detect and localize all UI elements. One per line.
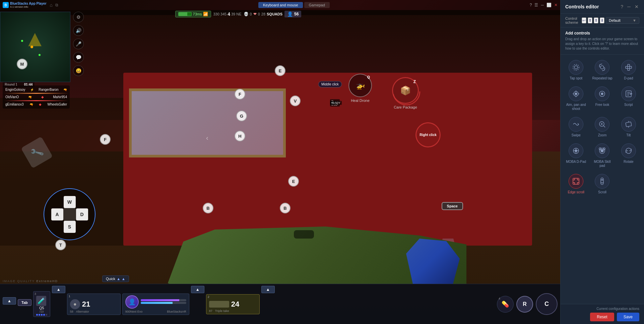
ctrl-repeated-tap[interactable]: Repeated tap [589, 57, 615, 83]
ctrl-moba-skill-pad[interactable]: MOBA Skill pad [589, 141, 615, 171]
minimize-icon[interactable]: ─ [541, 3, 544, 7]
add-controls-title: Add controls [565, 31, 639, 36]
ctrl-edge-scroll[interactable]: Edge scroll [563, 171, 589, 197]
quick-label: Quick [106, 277, 115, 281]
quick-arrow-down: ▲ [122, 277, 125, 281]
volume-button[interactable]: 🔊 [73, 25, 84, 36]
panel-close-icon[interactable]: ✕ [634, 3, 639, 10]
m-key-button[interactable]: M [17, 59, 27, 69]
scheme-import-icon[interactable]: ⬇ [600, 17, 604, 23]
care-package-overlay[interactable]: 📦 Z Care Package [392, 77, 419, 109]
emoji-button[interactable]: 😀 [73, 65, 84, 76]
slot-3-label: 3 [35, 292, 36, 296]
script-icon [621, 86, 636, 101]
f-key-button-2[interactable]: F [100, 134, 111, 145]
keyboard-mouse-tab[interactable]: Keyboard and mouse [258, 2, 303, 8]
h-key-button[interactable]: H [235, 131, 245, 141]
right-click-button[interactable]: Right click [415, 122, 441, 147]
ctrl-zoom[interactable]: Zoom [589, 114, 615, 140]
restore-icon[interactable]: ⬜ [546, 3, 552, 7]
weapon-slot-1[interactable]: 1 ● 21 58 Alternator [67, 294, 121, 315]
f-key-button-1[interactable]: F [235, 89, 245, 100]
t-key-button[interactable]: T [55, 240, 66, 250]
player-1-vs: RangerBaron [39, 88, 58, 91]
care-package-circle: 📦 Z [392, 77, 419, 104]
space-key-button[interactable]: Space [442, 202, 463, 210]
home-icon[interactable]: ⌂ [50, 2, 53, 8]
slot-4-button[interactable]: 4 💊 [497, 296, 514, 313]
c-key-button[interactable]: C [536, 293, 558, 315]
wasd-outer-ring: W A S D [44, 188, 95, 240]
scheme-row: Control scheme ↩ ⬆ ⬆ ⬇ Default ▼ [561, 14, 644, 27]
add-controls-desc: Drag and drop an action on your game scr… [565, 37, 639, 51]
r-key-button[interactable]: R [516, 296, 533, 313]
ctrl-aim-pan-shoot[interactable]: Aim, pan and shoot [563, 84, 589, 114]
ctrl-scroll[interactable]: Scroll [589, 171, 615, 197]
ctrl-rotate[interactable]: Rotate [616, 141, 641, 171]
close-icon[interactable]: ✕ [554, 3, 558, 7]
health-bar [141, 302, 186, 304]
arrow-btn-slot1-top[interactable]: ▲ [52, 286, 65, 293]
help-icon[interactable]: ? [530, 3, 532, 7]
ctrl-swipe[interactable]: Swipe [563, 114, 589, 140]
slot-4-icon: 💊 [502, 301, 509, 308]
health-bar-2 [4, 100, 68, 101]
e-key-button-2[interactable]: E [288, 176, 299, 187]
tab-key-button[interactable]: Tab [18, 299, 31, 306]
ctrl-moba-dpad[interactable]: MOBA D-Pad [563, 141, 589, 171]
weapon-slot-2[interactable]: 2 24 87 Triple take [206, 294, 260, 314]
scheme-upload-icon[interactable]: ⬆ [588, 17, 592, 23]
scheme-select[interactable]: Default ▼ [606, 17, 639, 24]
kill-info: 💀 0 ❤ 0 28 SQUADS [244, 12, 283, 16]
game-hud-top: 73ms 📶 330 345 4 39 NE 💀 0 ❤ 0 28 SQUADS… [0, 11, 476, 17]
scheme-export-icon[interactable]: ⬆ [594, 17, 598, 23]
ctrl-tilt[interactable]: Tilt [616, 114, 641, 140]
ctrl-script[interactable]: Script [616, 84, 641, 114]
v-key-button[interactable]: V [290, 95, 301, 106]
svg-rect-5 [626, 66, 632, 68]
panel-minimize-icon[interactable]: ─ [627, 3, 631, 10]
slot-3[interactable]: 3 🧪 Q5 /10 [33, 291, 50, 317]
hp-bars [141, 299, 186, 305]
player-2-gun: 🔫 [28, 95, 32, 99]
ctrl-tap-spot[interactable]: Tap spot [563, 57, 589, 83]
scheme-undo-icon[interactable]: ↩ [582, 17, 586, 23]
arrow-slot-1: ▲ [3, 297, 16, 305]
ctrl-free-look[interactable]: Free look [589, 84, 615, 114]
kill-count: 0 [250, 12, 252, 16]
arrow-btn-slot4-top[interactable]: ▲ [261, 286, 275, 293]
s-key[interactable]: S [64, 221, 76, 233]
config-buttons: Reset Save [565, 313, 639, 321]
d-key[interactable]: D [76, 208, 88, 220]
menu-icon[interactable]: ☰ [534, 3, 538, 7]
settings-button[interactable]: ⚙ [73, 12, 84, 22]
heal-drone-overlay[interactable]: 🚁 Q Heal Drone [348, 74, 372, 103]
panel-help-icon[interactable]: ? [620, 3, 624, 10]
arrow-btn-slot2-top[interactable]: ▲ [191, 286, 204, 293]
save-button[interactable]: Save [617, 313, 639, 321]
window-icon[interactable]: ⧉ [55, 3, 58, 7]
reset-button[interactable]: Reset [590, 313, 614, 321]
mic-button[interactable]: 🎤 [73, 39, 84, 49]
e-key-button-1[interactable]: E [275, 65, 285, 76]
chat-button[interactable]: 💬 [73, 52, 84, 63]
quick-panel: Quick ▲ ▲ [102, 275, 129, 282]
svg-rect-36 [573, 178, 579, 184]
minimap [0, 12, 70, 82]
w-key[interactable]: W [64, 196, 76, 208]
chevron-left-icon[interactable]: ‹ [206, 134, 208, 142]
a-key[interactable]: A [51, 208, 63, 220]
heal-drone-key: Q [367, 75, 370, 79]
svg-point-12 [601, 93, 603, 95]
weapon-2-info: 87 Triple take [209, 309, 257, 313]
weapon-2-ammo: 24 [231, 300, 239, 309]
g-key-button[interactable]: G [236, 111, 247, 121]
score-2: 345 [220, 12, 227, 16]
ctrl-dpad[interactable]: D-pad [616, 57, 641, 83]
image-quality-value: ExtremeHD [36, 279, 58, 283]
health-bar-1 [4, 93, 68, 94]
arrow-btn-1[interactable]: ▲ [3, 297, 16, 305]
moba-dpad-label: MOBA D-Pad [566, 160, 586, 164]
edge-scroll-icon [569, 174, 583, 189]
gamepad-tab[interactable]: Gamepad [304, 2, 330, 8]
